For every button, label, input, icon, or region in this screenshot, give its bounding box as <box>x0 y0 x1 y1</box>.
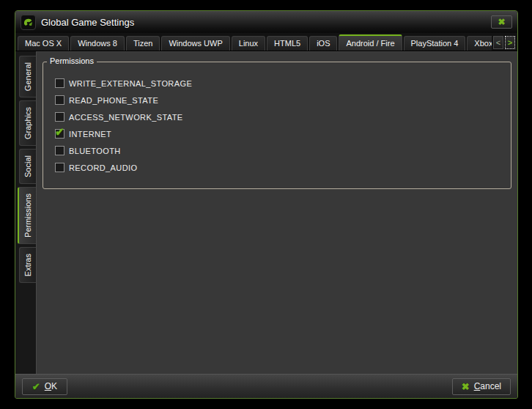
tab-android-fire[interactable]: Android / Fire <box>339 34 402 51</box>
cancel-button-label: Cancel <box>474 381 501 391</box>
platform-tab-bar: Mac OS X Windows 8 Tizen Windows UWP Lin… <box>15 33 517 51</box>
sidetab-general[interactable]: General <box>19 56 36 97</box>
tab-scrollers: < > <box>493 36 515 51</box>
groupbox-label: Permissions <box>47 56 97 65</box>
checkrow-bluetooth[interactable]: BLUETOOTH <box>55 142 503 159</box>
sidetab-extras[interactable]: Extras <box>19 247 36 283</box>
checkrow-write-external-storage[interactable]: WRITE_EXTERNAL_STORAGE <box>55 75 503 92</box>
ok-button-label: OK <box>45 381 57 391</box>
tab-playstation-4[interactable]: PlayStation 4 <box>404 36 466 51</box>
tab-scroll-right-icon[interactable]: > <box>505 36 515 49</box>
tab-tizen[interactable]: Tizen <box>126 36 160 51</box>
tab-html5[interactable]: HTML5 <box>267 36 308 51</box>
tab-ios[interactable]: iOS <box>309 36 337 51</box>
checkbox-record-audio[interactable] <box>55 163 64 172</box>
checkbox-bluetooth[interactable] <box>55 146 64 155</box>
tab-windows-uwp[interactable]: Windows UWP <box>161 36 229 51</box>
global-game-settings-dialog: Global Game Settings ✖ Mac OS X Windows … <box>15 10 518 399</box>
cancel-button[interactable]: ✖ Cancel <box>452 378 511 395</box>
window-title: Global Game Settings <box>41 17 134 28</box>
checkbox-write-external-storage[interactable] <box>55 78 64 88</box>
checkbox-access-network-state[interactable] <box>55 112 64 122</box>
dialog-footer: ✔ OK ✖ Cancel <box>15 374 517 398</box>
tab-mac-os-x[interactable]: Mac OS X <box>18 36 69 51</box>
sidetab-permissions[interactable]: Permissions <box>18 187 36 244</box>
title-bar[interactable]: Global Game Settings ✖ <box>15 11 517 33</box>
sidetab-graphics[interactable]: Graphics <box>19 100 36 146</box>
permissions-panel: Permissions WRITE_EXTERNAL_STORAGE READ_… <box>36 51 517 374</box>
sidetab-social[interactable]: Social <box>19 149 36 184</box>
gamemaker-logo-icon <box>21 15 36 30</box>
category-tab-strip: General Graphics Social Permissions Extr… <box>15 51 36 374</box>
checkbox-read-phone-state[interactable] <box>55 95 64 105</box>
platform-tabs-clip: Mac OS X Windows 8 Tizen Windows UWP Lin… <box>18 34 492 51</box>
tab-linux[interactable]: Linux <box>232 36 265 51</box>
checkrow-record-audio[interactable]: RECORD_AUDIO <box>55 159 503 176</box>
main-area: General Graphics Social Permissions Extr… <box>15 51 517 374</box>
checkrow-access-network-state[interactable]: ACCESS_NETWORK_STATE <box>55 108 503 125</box>
close-button[interactable]: ✖ <box>491 15 512 29</box>
ok-check-icon: ✔ <box>32 382 40 391</box>
tab-windows-8[interactable]: Windows 8 <box>70 36 125 51</box>
tab-xbox-one[interactable]: Xbox One <box>467 36 492 51</box>
ok-button[interactable]: ✔ OK <box>22 378 67 395</box>
tab-scroll-left-icon[interactable]: < <box>493 36 503 49</box>
checkbox-internet[interactable] <box>55 129 64 139</box>
checkrow-internet[interactable]: INTERNET <box>55 125 503 142</box>
permissions-groupbox: Permissions WRITE_EXTERNAL_STORAGE READ_… <box>43 62 511 189</box>
checkrow-read-phone-state[interactable]: READ_PHONE_STATE <box>55 92 503 108</box>
cancel-x-icon: ✖ <box>462 382 470 391</box>
